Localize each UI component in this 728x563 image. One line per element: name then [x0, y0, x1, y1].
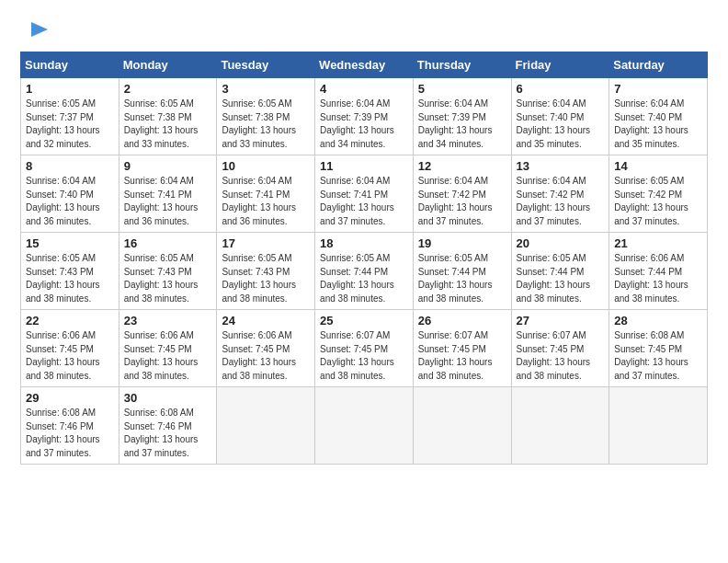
- day-info: Sunrise: 6:05 AM Sunset: 7:38 PM Dayligh…: [124, 98, 212, 151]
- sunset-label: Sunset: 7:43 PM: [26, 267, 94, 277]
- daylight-label: Daylight: 13 hours and 32 minutes.: [26, 125, 100, 149]
- daylight-label: Daylight: 13 hours and 38 minutes.: [418, 280, 493, 304]
- day-number: 1: [26, 82, 114, 96]
- daylight-label: Daylight: 13 hours and 38 minutes.: [320, 357, 394, 381]
- sunrise-label: Sunrise: 6:08 AM: [124, 408, 194, 418]
- calendar-cell: [609, 387, 708, 465]
- page: SundayMondayTuesdayWednesdayThursdayFrid…: [0, 0, 728, 563]
- calendar-cell: 5 Sunrise: 6:04 AM Sunset: 7:39 PM Dayli…: [413, 78, 511, 155]
- day-number: 27: [517, 314, 605, 327]
- daylight-label: Daylight: 13 hours and 36 minutes.: [26, 202, 100, 226]
- daylight-label: Daylight: 13 hours and 37 minutes.: [517, 202, 591, 226]
- calendar-cell: 6 Sunrise: 6:04 AM Sunset: 7:40 PM Dayli…: [511, 78, 609, 155]
- daylight-label: Daylight: 13 hours and 36 minutes.: [124, 202, 199, 226]
- sunset-label: Sunset: 7:44 PM: [320, 267, 388, 277]
- day-info: Sunrise: 6:07 AM Sunset: 7:45 PM Dayligh…: [320, 329, 408, 383]
- sunset-label: Sunset: 7:40 PM: [614, 112, 682, 122]
- calendar-cell: 10 Sunrise: 6:04 AM Sunset: 7:41 PM Dayl…: [217, 155, 315, 233]
- daylight-label: Daylight: 13 hours and 34 minutes.: [418, 125, 493, 149]
- daylight-label: Daylight: 13 hours and 37 minutes.: [320, 202, 394, 226]
- day-number: 8: [26, 159, 114, 173]
- sunset-label: Sunset: 7:45 PM: [26, 344, 94, 354]
- day-number: 5: [418, 82, 506, 96]
- sunrise-label: Sunrise: 6:04 AM: [320, 176, 390, 186]
- col-header-friday: Friday: [511, 52, 609, 78]
- calendar-cell: 16 Sunrise: 6:05 AM Sunset: 7:43 PM Dayl…: [119, 233, 217, 310]
- sunrise-label: Sunrise: 6:07 AM: [320, 330, 390, 340]
- day-info: Sunrise: 6:04 AM Sunset: 7:41 PM Dayligh…: [320, 175, 408, 228]
- header: [20, 17, 708, 42]
- calendar-cell: 30 Sunrise: 6:08 AM Sunset: 7:46 PM Dayl…: [119, 387, 217, 465]
- calendar-cell: 3 Sunrise: 6:05 AM Sunset: 7:38 PM Dayli…: [217, 78, 315, 155]
- sunset-label: Sunset: 7:46 PM: [124, 421, 192, 431]
- sunrise-label: Sunrise: 6:04 AM: [222, 176, 291, 186]
- sunset-label: Sunset: 7:45 PM: [418, 344, 486, 354]
- calendar-cell: 2 Sunrise: 6:05 AM Sunset: 7:38 PM Dayli…: [119, 78, 217, 155]
- day-number: 16: [124, 236, 212, 250]
- sunrise-label: Sunrise: 6:05 AM: [222, 98, 291, 109]
- day-info: Sunrise: 6:05 AM Sunset: 7:43 PM Dayligh…: [26, 252, 114, 305]
- sunset-label: Sunset: 7:43 PM: [222, 267, 290, 277]
- day-number: 22: [26, 314, 114, 327]
- sunrise-label: Sunrise: 6:04 AM: [418, 176, 488, 186]
- calendar-cell: 8 Sunrise: 6:04 AM Sunset: 7:40 PM Dayli…: [21, 155, 119, 233]
- sunset-label: Sunset: 7:44 PM: [418, 267, 486, 277]
- day-info: Sunrise: 6:05 AM Sunset: 7:38 PM Dayligh…: [222, 98, 310, 151]
- calendar-cell: [511, 387, 609, 465]
- sunset-label: Sunset: 7:40 PM: [517, 112, 585, 122]
- daylight-label: Daylight: 13 hours and 38 minutes.: [517, 357, 591, 381]
- sunset-label: Sunset: 7:39 PM: [320, 112, 388, 122]
- calendar-week-1: 1 Sunrise: 6:05 AM Sunset: 7:37 PM Dayli…: [21, 78, 708, 155]
- sunset-label: Sunset: 7:38 PM: [222, 112, 290, 122]
- calendar-cell: [315, 387, 414, 465]
- day-number: 29: [26, 391, 114, 405]
- calendar-cell: 20 Sunrise: 6:05 AM Sunset: 7:44 PM Dayl…: [511, 233, 609, 310]
- calendar-cell: 15 Sunrise: 6:05 AM Sunset: 7:43 PM Dayl…: [21, 233, 119, 310]
- day-info: Sunrise: 6:08 AM Sunset: 7:46 PM Dayligh…: [26, 407, 114, 460]
- day-number: 20: [517, 236, 605, 250]
- calendar-cell: 4 Sunrise: 6:04 AM Sunset: 7:39 PM Dayli…: [315, 78, 414, 155]
- calendar-cell: 18 Sunrise: 6:05 AM Sunset: 7:44 PM Dayl…: [315, 233, 414, 310]
- svg-marker-0: [31, 22, 48, 37]
- sunset-label: Sunset: 7:42 PM: [614, 190, 682, 200]
- day-info: Sunrise: 6:05 AM Sunset: 7:43 PM Dayligh…: [124, 252, 212, 305]
- day-info: Sunrise: 6:04 AM Sunset: 7:41 PM Dayligh…: [222, 175, 310, 228]
- sunset-label: Sunset: 7:42 PM: [418, 190, 486, 200]
- sunrise-label: Sunrise: 6:06 AM: [26, 330, 96, 340]
- sunset-label: Sunset: 7:40 PM: [26, 190, 94, 200]
- sunset-label: Sunset: 7:44 PM: [517, 267, 585, 277]
- logo-triangle-icon: [24, 17, 50, 42]
- sunrise-label: Sunrise: 6:04 AM: [320, 98, 390, 109]
- sunset-label: Sunset: 7:45 PM: [614, 344, 682, 354]
- day-number: 19: [418, 236, 506, 250]
- calendar-cell: 14 Sunrise: 6:05 AM Sunset: 7:42 PM Dayl…: [609, 155, 708, 233]
- sunrise-label: Sunrise: 6:05 AM: [517, 253, 586, 263]
- day-number: 11: [320, 159, 408, 173]
- sunrise-label: Sunrise: 6:04 AM: [614, 98, 684, 109]
- sunset-label: Sunset: 7:41 PM: [124, 190, 192, 200]
- day-info: Sunrise: 6:04 AM Sunset: 7:39 PM Dayligh…: [320, 98, 408, 151]
- day-info: Sunrise: 6:04 AM Sunset: 7:42 PM Dayligh…: [418, 175, 506, 228]
- day-info: Sunrise: 6:05 AM Sunset: 7:37 PM Dayligh…: [26, 98, 114, 151]
- day-number: 10: [222, 159, 310, 173]
- sunrise-label: Sunrise: 6:07 AM: [517, 330, 586, 340]
- sunrise-label: Sunrise: 6:05 AM: [222, 253, 291, 263]
- sunrise-label: Sunrise: 6:05 AM: [614, 176, 684, 186]
- sunset-label: Sunset: 7:39 PM: [418, 112, 486, 122]
- day-info: Sunrise: 6:06 AM Sunset: 7:45 PM Dayligh…: [222, 329, 310, 383]
- daylight-label: Daylight: 13 hours and 38 minutes.: [26, 280, 100, 304]
- calendar-cell: 29 Sunrise: 6:08 AM Sunset: 7:46 PM Dayl…: [21, 387, 119, 465]
- day-info: Sunrise: 6:04 AM Sunset: 7:40 PM Dayligh…: [614, 98, 702, 151]
- daylight-label: Daylight: 13 hours and 35 minutes.: [614, 125, 688, 149]
- daylight-label: Daylight: 13 hours and 38 minutes.: [517, 280, 591, 304]
- sunset-label: Sunset: 7:45 PM: [517, 344, 585, 354]
- sunrise-label: Sunrise: 6:05 AM: [26, 253, 96, 263]
- col-header-tuesday: Tuesday: [217, 52, 315, 78]
- daylight-label: Daylight: 13 hours and 37 minutes.: [124, 434, 199, 458]
- sunrise-label: Sunrise: 6:08 AM: [614, 330, 684, 340]
- sunset-label: Sunset: 7:43 PM: [124, 267, 192, 277]
- day-info: Sunrise: 6:06 AM Sunset: 7:44 PM Dayligh…: [614, 252, 702, 305]
- sunset-label: Sunset: 7:41 PM: [222, 190, 290, 200]
- sunrise-label: Sunrise: 6:04 AM: [124, 176, 194, 186]
- sunrise-label: Sunrise: 6:05 AM: [124, 98, 194, 109]
